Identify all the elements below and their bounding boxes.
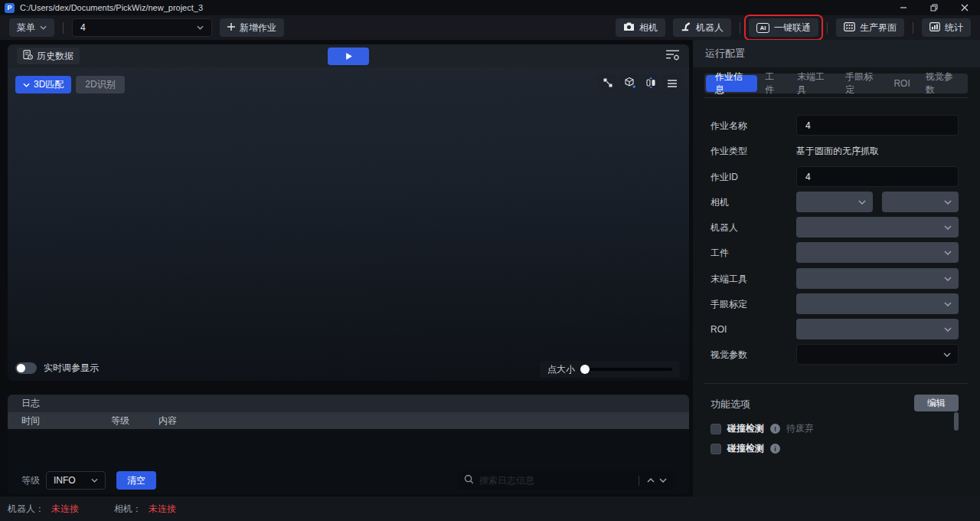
restore-button[interactable] <box>919 0 949 15</box>
tab-job-info[interactable]: 作业信息 <box>706 75 757 92</box>
chevron-down-icon <box>40 25 47 30</box>
chevron-down-icon <box>91 478 98 483</box>
production-ui-button[interactable]: 生产界面 <box>836 18 904 37</box>
robot-button[interactable]: 机器人 <box>673 18 731 37</box>
log-level-label: 等级 <box>21 474 40 487</box>
tab-end-tool[interactable]: 末端工具 <box>789 75 838 92</box>
camera-button-label: 相机 <box>639 21 658 34</box>
log-search-input[interactable] <box>479 475 633 486</box>
camera-select-2[interactable] <box>882 192 959 212</box>
add-job-label: 新增作业 <box>240 21 276 34</box>
robot-status-value: 未连接 <box>51 503 79 516</box>
menu-button-label: 菜单 <box>17 21 35 34</box>
camera-button[interactable]: 相机 <box>616 18 665 37</box>
tab-2d-recognition-label: 2D识别 <box>85 78 115 91</box>
app-window: P C:/Users/dex/Documents/PickWiz/new_pro… <box>0 0 980 521</box>
toolbar-divider <box>63 22 64 34</box>
camera-status-label: 相机： <box>114 503 142 516</box>
log-search-box <box>458 471 675 490</box>
statistics-button[interactable]: 统计 <box>922 18 971 37</box>
job-select-value: 4 <box>80 22 86 33</box>
measure-polyline-button[interactable] <box>598 74 617 93</box>
chevron-down-icon <box>943 352 951 357</box>
chevron-down-icon <box>23 83 30 87</box>
camera-icon <box>623 21 635 34</box>
status-bar: 机器人： 未连接 相机： 未连接 <box>0 496 980 521</box>
tab-hand-eye-calibration[interactable]: 手眼标定 <box>838 75 886 92</box>
hamburger-menu-icon <box>667 77 678 91</box>
log-level-select[interactable]: INFO <box>46 471 106 490</box>
form-row-robot: 机器人 <box>693 217 980 238</box>
one-key-connect-button[interactable]: AI 一键联通 <box>749 18 818 37</box>
collision-option-row-1: 碰撞检测 ! 待废弃 <box>710 422 814 435</box>
slider-handle[interactable] <box>580 365 590 374</box>
scrollbar-thumb[interactable] <box>954 412 959 431</box>
capture-pointcloud-button[interactable] <box>619 74 639 93</box>
app-logo-icon: P <box>5 3 15 13</box>
collision-checkbox-2[interactable] <box>710 444 721 454</box>
view-menu-button[interactable] <box>662 74 681 93</box>
display-settings-button[interactable] <box>665 49 680 64</box>
roi-select[interactable] <box>796 319 959 339</box>
function-options-title: 功能选项 <box>710 398 750 411</box>
deprecated-badge: 待废弃 <box>786 422 814 435</box>
job-select-dropdown[interactable]: 4 <box>72 18 212 37</box>
robot-select[interactable] <box>796 217 959 238</box>
history-data-label: 历史数据 <box>37 50 74 63</box>
search-prev-button[interactable] <box>645 478 657 483</box>
collision-checkbox-1[interactable] <box>710 424 721 434</box>
form-row-vision-params: 视觉参数 <box>693 344 980 365</box>
minimize-button[interactable] <box>888 0 919 15</box>
job-id-input[interactable] <box>796 166 959 187</box>
main-toolbar: 菜单 4 新增作业 相机 机器人 AI 一键联通 <box>0 15 980 40</box>
log-clear-button[interactable]: 清空 <box>116 471 156 490</box>
close-button[interactable] <box>949 0 980 15</box>
production-grid-icon <box>844 22 855 34</box>
workpiece-field-label: 工件 <box>710 246 729 259</box>
chevron-down-icon <box>944 200 952 205</box>
log-table-header: 时间 等级 内容 <box>8 412 689 429</box>
tab-2d-recognition[interactable]: 2D识别 <box>76 76 124 93</box>
edit-options-button[interactable]: 编辑 <box>914 395 959 411</box>
tab-roi[interactable]: ROI <box>886 75 917 92</box>
collision-label-1: 碰撞检测 <box>727 422 764 435</box>
chevron-down-icon <box>197 25 204 30</box>
workpiece-select[interactable] <box>796 242 959 263</box>
chevron-down-icon <box>944 225 952 230</box>
end-tool-select[interactable] <box>796 268 959 289</box>
warning-icon: ! <box>770 424 780 434</box>
run-config-panel: 运行配置 作业信息 工件 末端工具 手眼标定 ROI 视觉参数 作业名称 作业类… <box>693 40 980 496</box>
add-job-button[interactable]: 新增作业 <box>220 18 284 37</box>
history-data-button[interactable]: 历史数据 <box>17 48 80 64</box>
tab-vision-params[interactable]: 视觉参数 <box>918 75 966 92</box>
log-footer: 等级 INFO 清空 <box>8 471 689 494</box>
robot-button-label: 机器人 <box>696 21 724 34</box>
filter-settings-icon <box>665 49 680 64</box>
app-logo-letter: P <box>7 4 11 11</box>
split-view-button[interactable] <box>641 74 660 93</box>
3d-viewport[interactable]: 3D匹配 2D识别 <box>8 67 689 381</box>
log-panel: 日志 时间 等级 内容 等级 INFO 清空 <box>8 395 689 494</box>
window-title: C:/Users/dex/Documents/PickWiz/new_proje… <box>20 3 203 12</box>
vision-params-select[interactable] <box>796 344 959 365</box>
form-row-camera: 相机 <box>693 192 980 212</box>
tab-workpiece[interactable]: 工件 <box>757 75 789 92</box>
log-table-body[interactable] <box>8 429 689 471</box>
point-size-slider[interactable] <box>581 368 672 371</box>
tab-3d-match[interactable]: 3D匹配 <box>15 76 71 93</box>
run-button[interactable] <box>328 48 369 65</box>
job-name-input[interactable] <box>796 115 959 136</box>
menu-button[interactable]: 菜单 <box>9 18 54 37</box>
ai-badge-text: AI <box>760 25 766 31</box>
hand-eye-select[interactable] <box>796 293 959 314</box>
camera-select-1[interactable] <box>796 192 873 212</box>
one-key-connect-label: 一键联通 <box>774 21 811 34</box>
search-next-button[interactable] <box>657 478 669 483</box>
log-col-time: 时间 <box>8 415 111 428</box>
bar-chart-icon <box>929 22 940 34</box>
collision-label-2: 碰撞检测 <box>727 442 764 455</box>
realtime-tuning-row: 实时调参显示 <box>15 362 99 375</box>
realtime-tuning-toggle[interactable] <box>15 362 37 374</box>
form-row-end-tool: 末端工具 <box>693 268 980 289</box>
chevron-down-icon <box>944 302 952 306</box>
